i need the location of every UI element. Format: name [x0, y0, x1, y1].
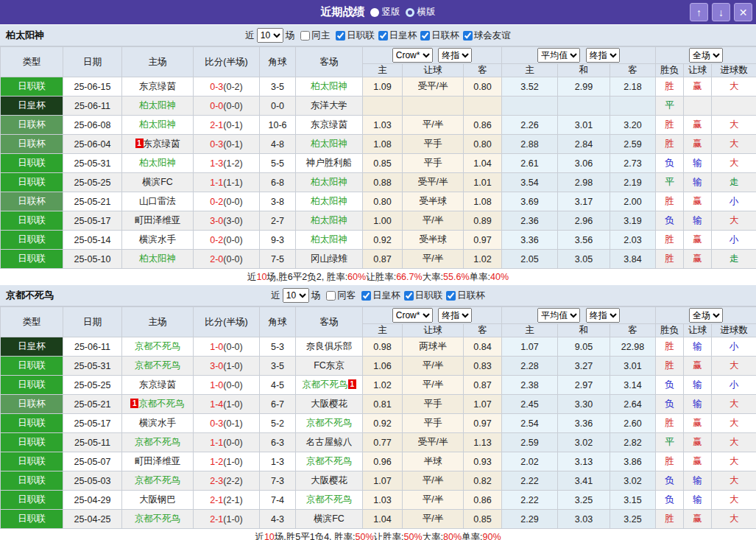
- layout-vertical-option[interactable]: 竖版: [370, 6, 400, 18]
- odds-away-cell: 0.83: [464, 357, 502, 376]
- final-score: 1-2: [210, 457, 223, 467]
- score-cell: 0-2(0-0): [194, 231, 260, 250]
- avg-draw-cell: 3.01: [558, 116, 610, 135]
- layout-horizontal-option[interactable]: 横版: [406, 6, 436, 18]
- avg-away-cell: [610, 97, 656, 116]
- odds-away-cell: 0.87: [464, 376, 502, 395]
- corner-cell: 5-5: [260, 154, 296, 173]
- odds-home-cell: 1.07: [363, 471, 403, 491]
- close-button[interactable]: ✕: [734, 3, 752, 21]
- crow-period-select[interactable]: 终指: [438, 48, 472, 63]
- average-select[interactable]: 平均值: [537, 48, 580, 63]
- match-date-cell: 25-05-25: [63, 173, 122, 192]
- bookmaker-select[interactable]: Crow*: [392, 48, 433, 63]
- league-filter[interactable]: 日职联: [400, 290, 443, 302]
- same-venue-checkbox[interactable]: [300, 31, 310, 41]
- scroll-down-button[interactable]: ↓: [712, 3, 730, 21]
- corner-cell: 0-0: [260, 97, 296, 116]
- horizontal-radio-icon[interactable]: [406, 8, 414, 17]
- score-cell: 2-1(0-1): [194, 116, 260, 135]
- league-type-cell: 日皇杯: [1, 97, 63, 116]
- team-name: 大阪樱花: [311, 399, 347, 409]
- league-filter[interactable]: 日职联: [332, 29, 375, 42]
- final-score: 2-1: [210, 495, 223, 505]
- average-select[interactable]: 平均值: [537, 308, 580, 323]
- avg-draw-cell: 3.06: [558, 154, 610, 173]
- average-period-select[interactable]: 终指: [586, 48, 620, 63]
- crow-period-select[interactable]: 终指: [438, 308, 472, 323]
- result-handicap-cell: 输: [684, 491, 712, 510]
- odds-away-cell: 0.97: [464, 414, 502, 433]
- match-row: 日联杯25-06-08柏太阳神2-1(0-1)10-6东京绿茵1.03平/半0.…: [1, 116, 756, 135]
- league-filter-checkbox[interactable]: [404, 291, 414, 301]
- subcol-crow-home: 主: [363, 64, 403, 77]
- odds-handicap-cell: 平/半: [403, 250, 464, 269]
- results-table-away-team: 类型 日期 主场 比分(半场) 角球 客场 Crow* 终指 平均值 终指 全场…: [0, 306, 756, 529]
- same-venue-filter[interactable]: 同客: [322, 290, 356, 302]
- same-venue-filter[interactable]: 同主: [297, 29, 330, 42]
- league-filter-checkbox[interactable]: [361, 291, 371, 301]
- scroll-up-button[interactable]: ↑: [690, 3, 708, 21]
- match-row: 日联杯25-05-21山口雷法0-2(0-0)3-8柏太阳神0.80受半球1.0…: [1, 192, 756, 211]
- team-name: 大阪樱花: [311, 475, 347, 485]
- league-filter[interactable]: 日联杯: [442, 290, 485, 302]
- match-date-cell: 25-06-15: [63, 77, 122, 97]
- same-venue-checkbox[interactable]: [326, 291, 336, 301]
- fulltime-select[interactable]: 全场: [689, 48, 723, 63]
- corner-cell: 2-7: [260, 211, 296, 231]
- odds-home-cell: 1.04: [363, 510, 403, 529]
- team-name: 京都不死鸟: [306, 456, 353, 466]
- match-date-cell: 25-05-21: [63, 192, 122, 211]
- summary-segment: 60%: [347, 272, 366, 282]
- result-goals-cell: 小: [712, 231, 756, 250]
- red-card-badge: 1: [348, 379, 356, 389]
- avg-draw-cell: 3.05: [558, 250, 610, 269]
- half-time-score: (1-2): [223, 158, 242, 169]
- league-type-cell: 日职联: [1, 376, 63, 395]
- league-filter-label: 球会友谊: [474, 29, 511, 42]
- avg-draw-cell: 2.97: [558, 376, 610, 395]
- avg-home-cell: 2.22: [502, 491, 558, 510]
- result-handicap-cell: 赢: [684, 77, 712, 97]
- match-row: 日联杯25-06-041东京绿茵0-3(0-1)4-8柏太阳神1.08平手0.8…: [1, 135, 756, 154]
- odds-away-cell: 0.86: [464, 491, 502, 510]
- corner-cell: 5-2: [260, 414, 296, 433]
- match-count-select[interactable]: 10: [283, 288, 309, 303]
- col-header-home: 主场: [122, 307, 194, 337]
- bookmaker-select[interactable]: Crow*: [392, 308, 433, 323]
- league-filter[interactable]: 日联杯: [417, 29, 459, 42]
- horizontal-radio-label[interactable]: 横版: [417, 6, 436, 18]
- corner-cell: 4-8: [260, 135, 296, 154]
- team-name: 町田泽维亚: [135, 215, 181, 225]
- final-score: 0-2: [210, 197, 223, 207]
- summary-segment: 80%: [443, 532, 462, 540]
- league-filter-label: 日职联: [347, 29, 375, 42]
- avg-away-cell: 2.00: [610, 192, 656, 211]
- league-filter[interactable]: 日皇杯: [375, 29, 417, 42]
- league-filter-checkbox[interactable]: [336, 31, 345, 41]
- league-filter-checkbox[interactable]: [446, 291, 456, 301]
- vertical-radio-icon[interactable]: [370, 8, 379, 17]
- odds-handicap-cell: 平手: [403, 154, 464, 173]
- match-count-select[interactable]: 10: [257, 28, 283, 43]
- fulltime-select[interactable]: 全场: [689, 308, 723, 323]
- league-filter[interactable]: 球会友谊: [459, 29, 511, 42]
- vertical-radio-label[interactable]: 竖版: [382, 6, 400, 18]
- results-table-home-team: 类型 日期 主场 比分(半场) 角球 客场 Crow* 终指 平均值 终指 全场…: [0, 46, 756, 269]
- odds-home-cell: 1.09: [363, 77, 403, 97]
- result-handicap-cell: 赢: [684, 116, 712, 135]
- league-filter-checkbox[interactable]: [463, 31, 473, 41]
- league-filter-checkbox[interactable]: [420, 31, 430, 41]
- avg-away-cell: 3.84: [610, 250, 656, 269]
- score-cell: 1-4(1-0): [194, 395, 260, 414]
- league-filter-checkbox[interactable]: [378, 31, 388, 41]
- avg-home-cell: 2.59: [502, 433, 558, 452]
- games-label: 场: [286, 29, 295, 42]
- odds-home-cell: 0.96: [363, 452, 403, 471]
- league-filter[interactable]: 日皇杯: [358, 290, 400, 302]
- odds-handicap-cell: 平/半: [403, 376, 464, 395]
- subcol-avg-away: 客: [610, 64, 656, 77]
- result-handicap-cell: 输: [684, 395, 712, 414]
- result-goals-cell: 大: [712, 135, 756, 154]
- average-period-select[interactable]: 终指: [586, 308, 620, 323]
